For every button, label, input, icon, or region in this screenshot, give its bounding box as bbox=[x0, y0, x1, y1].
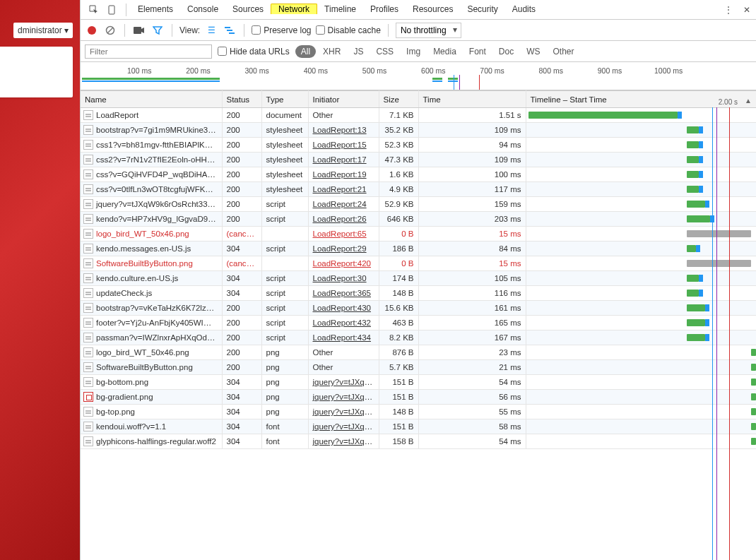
overview-tick: 400 ms bbox=[304, 66, 328, 75]
overview-tick: 600 ms bbox=[421, 66, 445, 75]
request-row[interactable]: css?v=0tlfLn3wOT8tcgfujWFKOJB...200style… bbox=[81, 182, 756, 197]
filter-type-ws[interactable]: WS bbox=[521, 45, 545, 58]
request-row[interactable]: SoftwareBuiltByButton.png(canceled)LoadR… bbox=[81, 256, 756, 271]
request-row[interactable]: jquery?v=tJXqW9k6rOsRcht33y9C...200scrip… bbox=[81, 197, 756, 212]
view-label: View: bbox=[179, 25, 200, 35]
request-row[interactable]: kendo?v=HP7xHV9g_lGgvaD9RXf...200scriptL… bbox=[81, 212, 756, 227]
filter-type-font[interactable]: Font bbox=[463, 45, 492, 58]
app-sidebar: dministrator ▾ bbox=[0, 0, 80, 560]
request-row[interactable]: kendoui.woff?v=1.1304fontjquery?v=tJXqW9… bbox=[81, 419, 756, 434]
record-button[interactable] bbox=[85, 23, 99, 37]
svg-rect-0 bbox=[109, 6, 114, 14]
request-row[interactable]: bg-bottom.png304pngjquery?v=tJXqW9...151… bbox=[81, 375, 756, 390]
request-row[interactable]: glyphicons-halflings-regular.woff2304fon… bbox=[81, 434, 756, 449]
request-row[interactable]: kendo.culture.en-US.js304scriptLoadRepor… bbox=[81, 271, 756, 286]
network-toolbar: View: ☰ Preserve log Disable cache No th… bbox=[81, 20, 756, 41]
column-header[interactable]: Type bbox=[261, 91, 308, 108]
filter-type-media[interactable]: Media bbox=[427, 45, 462, 58]
filter-type-doc[interactable]: Doc bbox=[493, 45, 519, 58]
requests-table[interactable]: NameStatusTypeInitiatorSizeTimeTimeline … bbox=[81, 90, 756, 560]
request-row[interactable]: kendo.messages.en-US.js304scriptLoadRepo… bbox=[81, 242, 756, 256]
preserve-log-checkbox[interactable]: Preserve log bbox=[252, 25, 311, 35]
filter-type-js[interactable]: JS bbox=[348, 45, 369, 58]
tab-audits[interactable]: Audits bbox=[505, 4, 543, 14]
svg-rect-4 bbox=[225, 27, 230, 28]
filter-input[interactable] bbox=[85, 44, 212, 59]
hide-data-urls-checkbox[interactable]: Hide data URLs bbox=[218, 47, 290, 56]
request-row[interactable]: bootstrap?v=vKeTaHzK6K72lzNxll...200scri… bbox=[81, 301, 756, 316]
throttling-select[interactable]: No throttling bbox=[396, 23, 461, 38]
filter-type-all[interactable]: All bbox=[295, 45, 316, 58]
request-row[interactable]: LoadReport200documentOther7.1 KB1.51 s bbox=[81, 108, 756, 123]
filter-type-css[interactable]: CSS bbox=[370, 45, 399, 58]
overview-tick: 800 ms bbox=[539, 66, 563, 75]
tab-elements[interactable]: Elements bbox=[131, 4, 180, 14]
column-header[interactable]: Time bbox=[418, 91, 526, 108]
column-header[interactable]: Name bbox=[81, 91, 222, 108]
svg-rect-6 bbox=[229, 32, 235, 34]
request-row[interactable]: bootstrap?v=7gi1m9MRUkine3WJ...200styles… bbox=[81, 123, 756, 138]
overview-tick: 500 ms bbox=[362, 66, 386, 75]
sidebar-panel bbox=[0, 47, 73, 97]
view-waterfall-icon[interactable] bbox=[223, 23, 237, 37]
filter-type-img[interactable]: Img bbox=[401, 45, 426, 58]
tab-resources[interactable]: Resources bbox=[406, 4, 460, 14]
tab-profiles[interactable]: Profiles bbox=[363, 4, 406, 14]
column-header[interactable]: Size bbox=[379, 91, 418, 108]
tab-console[interactable]: Console bbox=[180, 4, 225, 14]
devtools-tabs: ElementsConsoleSourcesNetworkTimelinePro… bbox=[81, 0, 756, 20]
devtools-panel: ElementsConsoleSourcesNetworkTimelinePro… bbox=[80, 0, 756, 560]
column-header[interactable]: Initiator bbox=[308, 91, 379, 108]
tab-network[interactable]: Network bbox=[271, 4, 317, 14]
overview-tick: 300 ms bbox=[244, 66, 268, 75]
svg-rect-3 bbox=[134, 27, 141, 34]
filter-type-other[interactable]: Other bbox=[548, 45, 580, 58]
tab-security[interactable]: Security bbox=[460, 4, 504, 14]
request-row[interactable]: css?v=GQiHVFD4P_wqBDiHAO74...200styleshe… bbox=[81, 167, 756, 182]
request-row[interactable]: css1?v=bh81mgv-ftthEBIAPlK7UC...200style… bbox=[81, 138, 756, 153]
request-row[interactable]: bg-gradient.png304pngjquery?v=tJXqW9...1… bbox=[81, 390, 756, 405]
overview-tick: 200 ms bbox=[186, 66, 210, 75]
clear-button[interactable] bbox=[103, 23, 117, 37]
request-row[interactable]: footer?v=Yj2u-AnFbjKy405WINk8...200scrip… bbox=[81, 316, 756, 330]
disable-cache-checkbox[interactable]: Disable cache bbox=[316, 25, 381, 35]
close-icon[interactable]: ✕ bbox=[740, 4, 753, 16]
filter-type-xhr[interactable]: XHR bbox=[317, 45, 346, 58]
overview-tick: 1000 ms bbox=[654, 66, 683, 75]
request-row[interactable]: updateCheck.js304scriptLoadReport:365148… bbox=[81, 286, 756, 301]
overview-tick: 100 ms bbox=[127, 66, 151, 75]
overview-tick: 700 ms bbox=[480, 66, 504, 75]
inspect-icon[interactable] bbox=[88, 4, 100, 16]
request-row[interactable]: passman?v=IWZlnxrApHXqOd-qa...200scriptL… bbox=[81, 330, 756, 345]
svg-line-2 bbox=[107, 28, 113, 33]
timeline-overview[interactable]: 100 ms200 ms300 ms400 ms500 ms600 ms700 … bbox=[81, 62, 756, 90]
overview-tick: 900 ms bbox=[598, 66, 622, 75]
device-icon[interactable] bbox=[106, 4, 119, 16]
view-large-icon[interactable]: ☰ bbox=[204, 23, 218, 37]
column-header[interactable]: Timeline – Start Time2.00 s▲ bbox=[526, 91, 756, 108]
request-row[interactable]: logo_bird_WT_50x46.png(canceled)LoadRepo… bbox=[81, 227, 756, 242]
filter-bar: Hide data URLs AllXHRJSCSSImgMediaFontDo… bbox=[81, 41, 756, 62]
request-row[interactable]: SoftwareBuiltByButton.png200pngOther5.7 … bbox=[81, 360, 756, 375]
filter-icon[interactable] bbox=[150, 23, 165, 37]
request-row[interactable]: bg-top.png304pngjquery?v=tJXqW9...148 B5… bbox=[81, 405, 756, 419]
request-row[interactable]: logo_bird_WT_50x46.png200pngOther876 B23… bbox=[81, 345, 756, 360]
camera-icon[interactable] bbox=[132, 23, 146, 37]
tab-timeline[interactable]: Timeline bbox=[317, 4, 363, 14]
user-menu[interactable]: dministrator ▾ bbox=[13, 23, 73, 38]
svg-rect-5 bbox=[227, 30, 232, 31]
more-icon[interactable]: ⋮ bbox=[722, 4, 735, 16]
tab-sources[interactable]: Sources bbox=[225, 4, 271, 14]
column-header[interactable]: Status bbox=[222, 91, 261, 108]
request-row[interactable]: css2?v=7rN1v2TfIE2Eoln-oHH4cbr...200styl… bbox=[81, 153, 756, 167]
